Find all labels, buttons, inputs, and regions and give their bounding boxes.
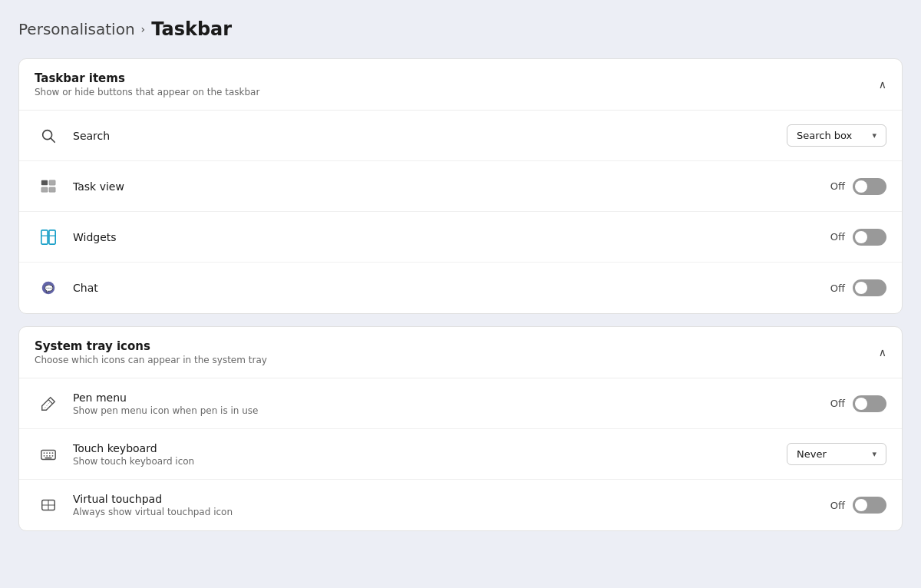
- breadcrumb-personalisation[interactable]: Personalisation: [18, 20, 135, 38]
- virtual-touchpad-row: Virtual touchpad Always show virtual tou…: [19, 480, 902, 530]
- task-view-label-group: Task view: [73, 180, 830, 193]
- virtual-touchpad-toggle-label: Off: [830, 500, 845, 511]
- touch-keyboard-label: Touch keyboard: [73, 442, 787, 454]
- touch-keyboard-control: Never ▾: [787, 443, 886, 465]
- breadcrumb-taskbar: Taskbar: [151, 18, 232, 40]
- task-view-toggle-label: Off: [830, 180, 845, 192]
- taskbar-items-header[interactable]: Taskbar items Show or hide buttons that …: [19, 59, 902, 111]
- chat-toggle-label: Off: [830, 282, 845, 294]
- search-label-group: Search: [73, 130, 787, 142]
- svg-rect-5: [49, 187, 55, 191]
- svg-rect-3: [49, 180, 55, 184]
- taskbar-items-subtitle: Show or hide buttons that appear on the …: [35, 87, 259, 97]
- virtual-touchpad-control: Off: [830, 497, 886, 514]
- system-tray-title: System tray icons: [35, 339, 267, 353]
- task-view-icon: [35, 173, 62, 200]
- svg-text:💬: 💬: [45, 284, 54, 293]
- widgets-icon: [35, 223, 62, 251]
- touch-keyboard-icon: [35, 441, 62, 468]
- virtual-touchpad-label-group: Virtual touchpad Always show virtual tou…: [73, 493, 830, 517]
- touch-keyboard-row: Touch keyboard Show touch keyboard icon …: [19, 429, 902, 480]
- svg-rect-2: [41, 180, 48, 184]
- pen-menu-control: Off: [830, 395, 886, 412]
- taskbar-items-header-text: Taskbar items Show or hide buttons that …: [35, 71, 259, 97]
- taskbar-items-title: Taskbar items: [35, 71, 259, 85]
- chat-row: 💬 Chat Off: [19, 263, 902, 313]
- pen-menu-toggle[interactable]: [853, 395, 886, 412]
- touch-keyboard-dropdown[interactable]: Never ▾: [787, 443, 886, 465]
- system-tray-subtitle: Choose which icons can appear in the sys…: [35, 355, 267, 365]
- touch-keyboard-label-group: Touch keyboard Show touch keyboard icon: [73, 442, 787, 467]
- taskbar-items-chevron-icon: ∧: [879, 78, 886, 91]
- widgets-row: Widgets Off: [19, 212, 902, 263]
- virtual-touchpad-label: Virtual touchpad: [73, 493, 830, 505]
- task-view-toggle[interactable]: [853, 178, 886, 195]
- system-tray-card: System tray icons Choose which icons can…: [18, 326, 903, 531]
- system-tray-header[interactable]: System tray icons Choose which icons can…: [19, 327, 902, 378]
- widgets-toggle-label: Off: [830, 231, 845, 243]
- chat-control: Off: [830, 279, 886, 296]
- svg-rect-6: [41, 230, 48, 243]
- system-tray-chevron-icon: ∧: [879, 346, 886, 358]
- pen-menu-label: Pen menu: [73, 391, 830, 404]
- virtual-touchpad-sublabel: Always show virtual touchpad icon: [73, 507, 830, 517]
- widgets-label-group: Widgets: [73, 231, 830, 243]
- pen-menu-row: Pen menu Show pen menu icon when pen is …: [19, 378, 902, 429]
- search-row: Search Search box ▾: [19, 111, 902, 161]
- widgets-toggle[interactable]: [853, 229, 886, 246]
- chat-toggle[interactable]: [853, 279, 886, 296]
- touch-keyboard-dropdown-chevron-icon: ▾: [872, 449, 876, 459]
- task-view-control: Off: [830, 178, 886, 195]
- taskbar-items-card: Taskbar items Show or hide buttons that …: [18, 58, 903, 314]
- search-dropdown[interactable]: Search box ▾: [787, 124, 886, 147]
- virtual-touchpad-icon: [35, 491, 62, 519]
- search-dropdown-chevron-icon: ▾: [872, 130, 876, 140]
- search-dropdown-value: Search box: [797, 130, 852, 141]
- task-view-row: Task view Off: [19, 161, 902, 212]
- svg-rect-7: [49, 230, 55, 243]
- pen-menu-label-group: Pen menu Show pen menu icon when pen is …: [73, 391, 830, 416]
- search-label: Search: [73, 130, 787, 142]
- widgets-label: Widgets: [73, 231, 830, 243]
- breadcrumb-chevron-icon: ›: [141, 23, 146, 35]
- chat-icon: 💬: [35, 274, 62, 302]
- svg-line-1: [51, 138, 54, 142]
- pen-menu-sublabel: Show pen menu icon when pen is in use: [73, 405, 830, 416]
- system-tray-header-text: System tray icons Choose which icons can…: [35, 339, 267, 365]
- pen-menu-toggle-label: Off: [830, 398, 845, 409]
- search-control: Search box ▾: [787, 124, 886, 147]
- touch-keyboard-dropdown-value: Never: [797, 448, 827, 460]
- virtual-touchpad-toggle[interactable]: [853, 497, 886, 514]
- svg-rect-4: [41, 187, 48, 191]
- touch-keyboard-sublabel: Show touch keyboard icon: [73, 456, 787, 467]
- chat-label-group: Chat: [73, 282, 830, 294]
- pen-menu-icon: [35, 390, 62, 418]
- search-icon: [35, 122, 62, 150]
- task-view-label: Task view: [73, 180, 830, 193]
- widgets-control: Off: [830, 229, 886, 246]
- breadcrumb: Personalisation › Taskbar: [18, 18, 903, 40]
- chat-label: Chat: [73, 282, 830, 294]
